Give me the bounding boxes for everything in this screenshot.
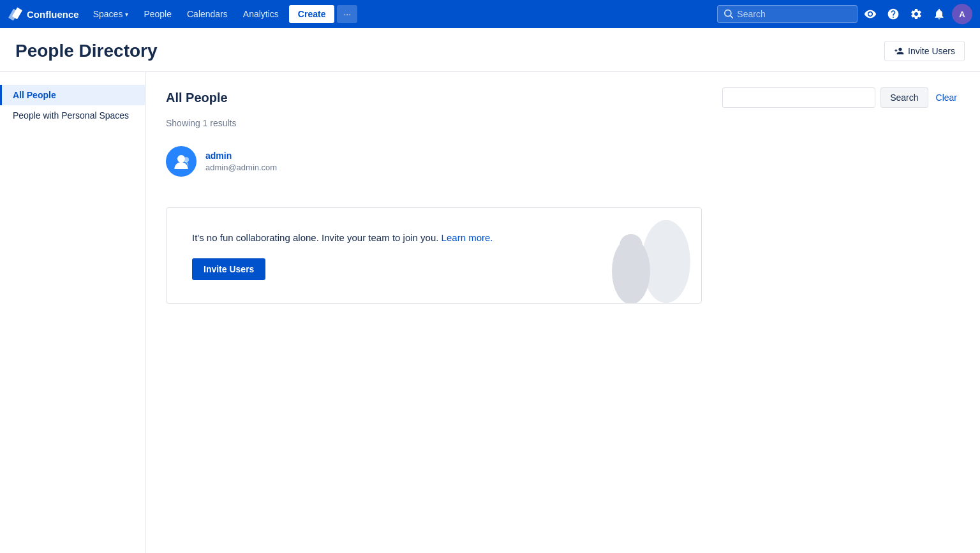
svg-point-5	[620, 234, 642, 257]
create-button[interactable]: Create	[289, 5, 335, 23]
user-email: admin@admin.com	[205, 163, 277, 172]
spaces-chevron-icon: ▾	[125, 11, 128, 18]
analytics-nav-link[interactable]: Analytics	[237, 5, 285, 23]
people-search-bar: Search Clear	[722, 87, 960, 108]
gear-icon	[910, 8, 923, 20]
svg-point-1	[184, 157, 189, 162]
global-search-box[interactable]	[717, 5, 858, 23]
promo-card: It's no fun collaborating alone. Invite …	[166, 207, 702, 304]
svg-point-0	[177, 155, 185, 163]
watch-icon-button[interactable]	[860, 5, 880, 23]
promo-illustration	[586, 207, 701, 303]
bell-icon	[933, 8, 946, 20]
settings-icon-button[interactable]	[906, 5, 926, 23]
more-nav-button[interactable]: ···	[337, 5, 357, 23]
page-body: All People People with Personal Spaces A…	[0, 72, 980, 553]
sidebar: All People People with Personal Spaces	[0, 72, 145, 553]
logo-text: Confluence	[27, 9, 79, 20]
svg-point-3	[652, 220, 680, 248]
sidebar-item-all-people[interactable]: All People	[0, 85, 145, 105]
main-header: All People Search Clear	[166, 87, 960, 108]
global-search-input[interactable]	[737, 9, 850, 19]
user-avatar	[166, 146, 197, 177]
user-list-item[interactable]: admin admin@admin.com	[166, 141, 960, 182]
watch-icon	[864, 8, 877, 20]
main-title: All People	[166, 91, 228, 105]
page-title: People Directory	[15, 41, 158, 61]
person-add-icon	[894, 46, 904, 56]
invite-users-header-button[interactable]: Invite Users	[884, 41, 965, 61]
promo-invite-button[interactable]: Invite Users	[192, 258, 265, 280]
people-clear-button[interactable]: Clear	[933, 88, 960, 107]
user-avatar-button[interactable]: A	[952, 4, 972, 24]
top-navigation: Confluence Spaces ▾ People Calendars Ana…	[0, 0, 980, 28]
user-name-link[interactable]: admin	[205, 151, 277, 161]
spaces-nav-link[interactable]: Spaces ▾	[87, 5, 135, 23]
notifications-icon-button[interactable]	[929, 5, 949, 23]
people-search-input[interactable]	[722, 87, 875, 108]
learn-more-link[interactable]: Learn more.	[442, 232, 493, 243]
people-nav-link[interactable]: People	[137, 5, 178, 23]
calendars-nav-link[interactable]: Calendars	[181, 5, 234, 23]
search-icon	[724, 9, 733, 19]
people-search-button[interactable]: Search	[880, 87, 928, 108]
page-header: People Directory Invite Users	[0, 28, 980, 72]
help-icon	[887, 8, 900, 20]
results-count: Showing 1 results	[166, 118, 960, 128]
help-icon-button[interactable]	[883, 5, 903, 23]
confluence-logo[interactable]: Confluence	[8, 6, 79, 22]
main-content: All People Search Clear Showing 1 result…	[145, 72, 980, 553]
user-info: admin admin@admin.com	[205, 151, 277, 172]
sidebar-item-personal-spaces[interactable]: People with Personal Spaces	[0, 105, 145, 126]
avatar-icon	[171, 151, 191, 172]
